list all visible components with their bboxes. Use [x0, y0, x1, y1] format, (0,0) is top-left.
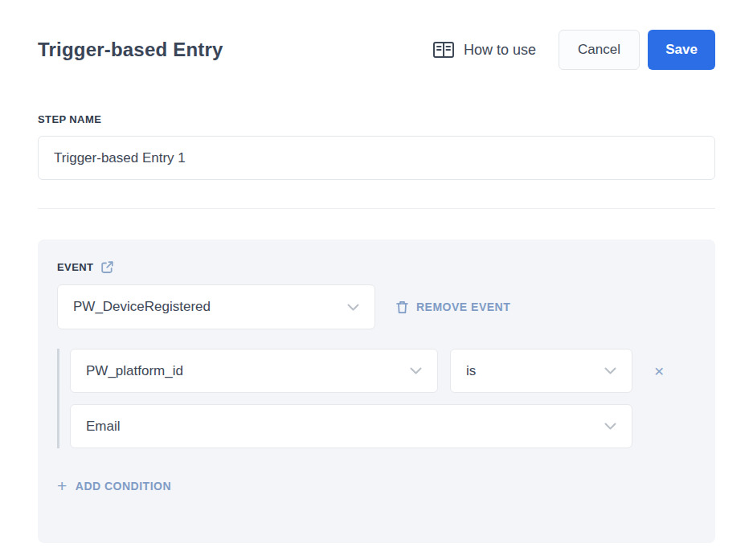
- header: Trigger-based Entry How to use Cancel Sa…: [38, 30, 715, 70]
- page-title: Trigger-based Entry: [38, 39, 223, 61]
- chevron-down-icon: [410, 367, 422, 374]
- condition-group: PW_platform_id is × Email: [57, 349, 696, 448]
- event-row: PW_DeviceRegistered REMOVE EVENT: [57, 284, 696, 329]
- condition-attribute-select[interactable]: PW_platform_id: [70, 349, 438, 393]
- step-name-label: STEP NAME: [38, 113, 715, 125]
- condition-value-row: Email: [70, 404, 696, 448]
- event-select-value: PW_DeviceRegistered: [73, 299, 211, 315]
- chevron-down-icon: [604, 367, 616, 374]
- condition-value-text: Email: [86, 419, 121, 435]
- condition-row: PW_platform_id is ×: [70, 349, 696, 393]
- remove-event-label: REMOVE EVENT: [416, 300, 510, 313]
- remove-condition-icon[interactable]: ×: [654, 362, 664, 379]
- how-to-use-link[interactable]: How to use: [432, 40, 536, 59]
- step-name-input[interactable]: [38, 136, 715, 180]
- trash-icon: [396, 300, 408, 314]
- save-button[interactable]: Save: [648, 30, 715, 70]
- condition-attribute-value: PW_platform_id: [86, 363, 183, 379]
- remove-event-button[interactable]: REMOVE EVENT: [396, 300, 510, 314]
- condition-operator-select[interactable]: is: [450, 349, 632, 393]
- condition-operator-value: is: [466, 363, 476, 379]
- event-label: EVENT: [57, 261, 93, 273]
- open-book-icon: [432, 40, 455, 59]
- external-link-icon[interactable]: [100, 260, 114, 274]
- header-actions: How to use Cancel Save: [432, 30, 715, 70]
- add-condition-button[interactable]: + ADD CONDITION: [57, 477, 696, 494]
- add-condition-label: ADD CONDITION: [76, 480, 171, 493]
- plus-icon: +: [57, 477, 68, 494]
- event-label-row: EVENT: [57, 260, 696, 274]
- chevron-down-icon: [604, 423, 616, 430]
- event-card: EVENT PW_DeviceRegistered: [38, 239, 715, 543]
- condition-value-select[interactable]: Email: [70, 404, 632, 448]
- chevron-down-icon: [347, 304, 359, 311]
- cancel-button[interactable]: Cancel: [559, 30, 640, 70]
- divider: [38, 208, 715, 209]
- trigger-entry-editor: Trigger-based Entry How to use Cancel Sa…: [0, 0, 753, 560]
- event-select[interactable]: PW_DeviceRegistered: [57, 284, 375, 329]
- how-to-use-label: How to use: [464, 42, 536, 59]
